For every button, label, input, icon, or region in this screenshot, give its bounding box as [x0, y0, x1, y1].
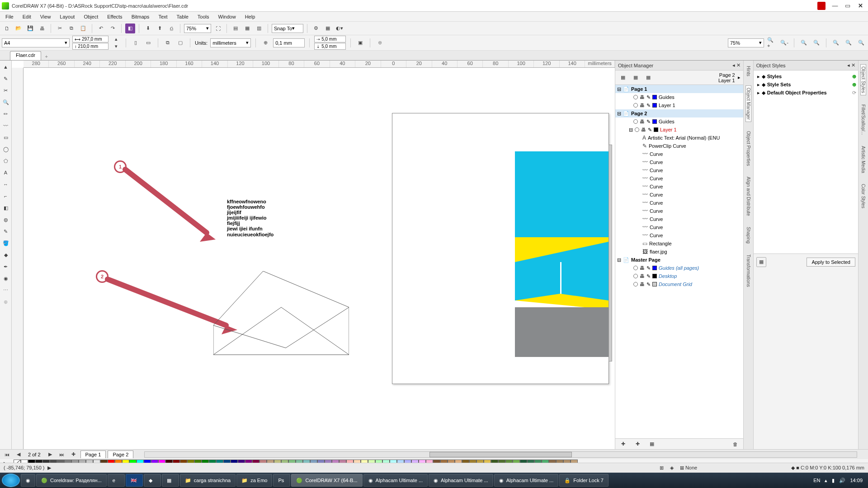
menu-tools[interactable]: Tools: [194, 13, 213, 20]
interactive-fill-tool[interactable]: 🪣: [1, 239, 10, 248]
menu-bitmaps[interactable]: Bitmaps: [128, 13, 153, 20]
open-button[interactable]: 📂: [14, 23, 24, 33]
object-styles-tree[interactable]: ▸◆Styles⊕ ▸◆Style Sets⊕ ▸◆Default Object…: [754, 70, 858, 253]
page-tab-1[interactable]: Page 1: [80, 450, 106, 458]
om-object-row[interactable]: 〰Curve: [615, 174, 743, 183]
canvas[interactable]: 1 kffneowfnoweno fjoewhfouwehfo jijeijfi…: [24, 68, 615, 449]
om-object-row[interactable]: 🖼flaer.jpg: [615, 248, 743, 256]
nudge-input[interactable]: 0,1 mm: [273, 38, 305, 47]
menu-object[interactable]: Object: [80, 13, 102, 20]
tray-volume-icon[interactable]: 🔊: [839, 478, 845, 483]
styles-preview-button[interactable]: ▦: [756, 257, 766, 267]
artistic-media-tool[interactable]: 〰: [1, 121, 10, 130]
docker-tabs-right[interactable]: Object Styles Fillet/Scallop/... Artisti…: [858, 61, 868, 449]
menu-view[interactable]: View: [37, 13, 55, 20]
zoom-height-button[interactable]: 🔍: [856, 38, 866, 48]
om-object-row[interactable]: ✎PowerClip Curve: [615, 142, 743, 150]
color-eyedropper-tool[interactable]: ✎: [1, 227, 10, 236]
docker-tabs-left[interactable]: Hints Object Manager Object Properties A…: [743, 61, 753, 449]
first-page-button[interactable]: ⏮: [2, 450, 12, 460]
page-size-select[interactable]: A4▾: [2, 38, 70, 47]
om-btn1[interactable]: ▦: [618, 73, 628, 83]
menu-layout[interactable]: Layout: [56, 13, 78, 20]
om-object-row[interactable]: 〰Curve: [615, 215, 743, 223]
page-tab-2[interactable]: Page 2: [108, 450, 133, 458]
om-delete[interactable]: 🗑: [731, 439, 741, 449]
crop-tool[interactable]: ✂: [1, 86, 10, 95]
menu-edit[interactable]: Edit: [19, 13, 35, 20]
parallel-dim-tool[interactable]: ↔: [1, 180, 10, 189]
landscape-button[interactable]: ▭: [143, 38, 153, 48]
page-height-input[interactable]: ↕ 210,0 mm: [72, 43, 108, 50]
prev-page-button[interactable]: ◀: [14, 450, 24, 460]
last-page-button[interactable]: ⏭: [57, 450, 67, 460]
all-pages-button[interactable]: ⧉: [163, 38, 173, 48]
fill-swatch[interactable]: ⊠ None: [680, 465, 697, 471]
zoom-page-button[interactable]: 🔍: [831, 38, 841, 48]
om-object-row[interactable]: 〰Curve: [615, 199, 743, 207]
show-grid-button[interactable]: ▦: [242, 23, 252, 33]
menu-table[interactable]: Table: [173, 13, 192, 20]
canvas-shape-gray[interactable]: [515, 307, 609, 357]
outline-swatch[interactable]: ◆ ■ C:0 M:0 Y:0 K:100 0,176 mm: [791, 465, 864, 471]
taskbar-alphacam1[interactable]: ◉ Alphacam Ultimate ...: [363, 474, 428, 487]
zoom-width-button[interactable]: 🔍: [844, 38, 854, 48]
tray-lang[interactable]: EN: [813, 478, 820, 483]
om-object-row[interactable]: 〰Curve: [615, 231, 743, 239]
taskbar-ps[interactable]: Ps: [273, 474, 290, 487]
taskbar-app2[interactable]: ▦: [162, 474, 179, 487]
om-btn2[interactable]: ▦: [631, 73, 641, 83]
print-button[interactable]: 🖶: [37, 23, 47, 33]
search-content-button[interactable]: ◧: [125, 23, 135, 33]
drop-shadow-tool[interactable]: ◧: [1, 203, 10, 212]
shape-tool[interactable]: ✎: [1, 74, 10, 83]
text-tool[interactable]: A: [1, 168, 10, 177]
om-object-row[interactable]: ▭Rectangle: [615, 239, 743, 248]
canvas-shape-cyan1[interactable]: [515, 151, 609, 246]
taskbar-coreldraw-help[interactable]: 🟢 Coreldraw: Разделян...: [36, 474, 107, 487]
om-object-row[interactable]: AArtistic Text: Arial (Normal) (ENU: [615, 134, 743, 142]
expand-toolbox-icon[interactable]: ⊕: [1, 297, 10, 306]
zoom-selection-button[interactable]: 🔍: [799, 38, 809, 48]
publish-pdf-button[interactable]: ⎙: [166, 23, 176, 33]
om-flyout-icon[interactable]: ▸: [738, 75, 741, 80]
new-tab-button[interactable]: +: [43, 53, 50, 60]
copy-button[interactable]: ⧉: [66, 23, 76, 33]
paste-button[interactable]: 📋: [78, 23, 88, 33]
menu-help[interactable]: Help: [241, 13, 259, 20]
redo-button[interactable]: ↷: [108, 23, 118, 33]
om-new-master[interactable]: ✚: [632, 439, 642, 449]
zoom-tool[interactable]: 🔍: [1, 98, 10, 107]
tray-clock[interactable]: 14:09: [850, 478, 863, 483]
tray-network-icon[interactable]: ▮: [832, 478, 835, 483]
next-page-button[interactable]: ▶: [45, 450, 55, 460]
snap-to-select[interactable]: Snap To ▾: [272, 24, 303, 33]
menu-window[interactable]: Window: [215, 13, 240, 20]
outline-tool[interactable]: ✒: [1, 262, 10, 271]
canvas-area[interactable]: 2802602402202001801601401201008060402002…: [12, 61, 615, 449]
taskbar-coreldraw[interactable]: 🟢 CorelDRAW X7 (64-B...: [291, 474, 362, 487]
taskbar-folderlock[interactable]: 🔒 Folder Lock 7: [559, 474, 609, 487]
taskbar-alphacam2[interactable]: ◉ Alphacam Ultimate ...: [429, 474, 493, 487]
om-object-row[interactable]: 〰Curve: [615, 166, 743, 174]
zoom-in-button[interactable]: 🔍+: [767, 38, 777, 48]
units-select[interactable]: millimeters▾: [210, 38, 251, 47]
options-button[interactable]: ⚙: [311, 23, 321, 33]
cut-button[interactable]: ✂: [55, 23, 65, 33]
export-button[interactable]: ⬆: [155, 23, 165, 33]
zoom-all-button[interactable]: 🔍: [811, 38, 821, 48]
om-new-layer[interactable]: ✚: [618, 439, 628, 449]
quick-customize-plus-icon[interactable]: ⊕: [375, 38, 385, 48]
canvas-scrollbar[interactable]: [609, 145, 612, 361]
apply-to-selected-button[interactable]: Apply to Selected: [807, 258, 855, 267]
zoom2-select[interactable]: 75%▾: [728, 38, 764, 47]
h-scrollbar[interactable]: [144, 451, 857, 458]
minimize-button[interactable]: —: [829, 2, 841, 10]
canvas-envelope-curves[interactable]: [213, 271, 349, 361]
taskbar-ie[interactable]: e: [108, 474, 125, 487]
taskbar-app-chrome[interactable]: ◉: [21, 474, 35, 487]
current-page-button[interactable]: ▢: [175, 38, 185, 48]
freehand-tool[interactable]: ✏: [1, 109, 10, 118]
spinner-down[interactable]: ▾: [111, 43, 121, 50]
om-object-row[interactable]: 〰Curve: [615, 191, 743, 199]
